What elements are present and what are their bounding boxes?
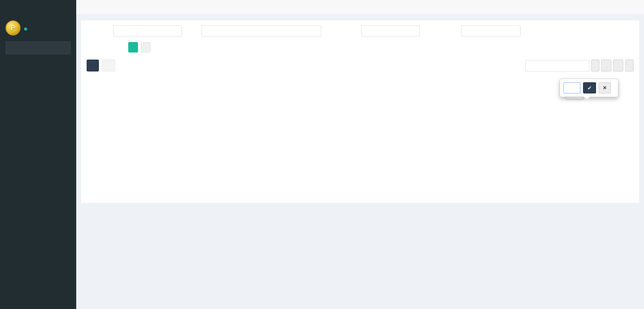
sidebar-search <box>6 41 71 54</box>
avatar: P <box>6 20 20 35</box>
popup-select[interactable] <box>563 82 580 93</box>
table-toolbar <box>87 60 634 71</box>
search-button[interactable] <box>625 60 634 71</box>
orders-card <box>81 20 639 203</box>
detail-view-button[interactable] <box>591 60 599 71</box>
columns-button[interactable] <box>601 60 611 71</box>
toolbar-right <box>525 60 634 71</box>
filter-actions <box>128 42 634 52</box>
export-button[interactable] <box>613 60 623 71</box>
online-dot-icon <box>24 28 27 31</box>
refresh-button[interactable] <box>87 60 99 71</box>
navbar-right <box>637 0 644 15</box>
editable-popup: ✓ × <box>560 79 618 97</box>
submit-button[interactable] <box>128 42 138 52</box>
user-panel: P <box>0 17 76 41</box>
reset-button[interactable] <box>141 42 151 52</box>
product-name-input[interactable] <box>202 25 321 36</box>
app-logo <box>0 0 76 17</box>
top-navbar <box>76 0 644 15</box>
select-dropdown <box>566 97 584 99</box>
sidebar: P <box>0 0 76 309</box>
direction-select[interactable] <box>461 25 521 36</box>
cancel-button[interactable]: × <box>599 82 611 93</box>
page-content <box>76 15 644 309</box>
table-search-input[interactable] <box>525 60 589 71</box>
main-area <box>76 0 644 309</box>
status-select[interactable] <box>361 25 420 36</box>
filter-bar <box>87 25 634 36</box>
sidebar-search-input[interactable] <box>6 41 71 54</box>
order-time-input[interactable] <box>113 25 182 36</box>
profit-stats <box>102 60 115 71</box>
app: P <box>0 0 644 309</box>
user-status <box>24 28 29 31</box>
hamburger-icon[interactable] <box>76 0 93 15</box>
confirm-button[interactable]: ✓ <box>583 82 596 93</box>
